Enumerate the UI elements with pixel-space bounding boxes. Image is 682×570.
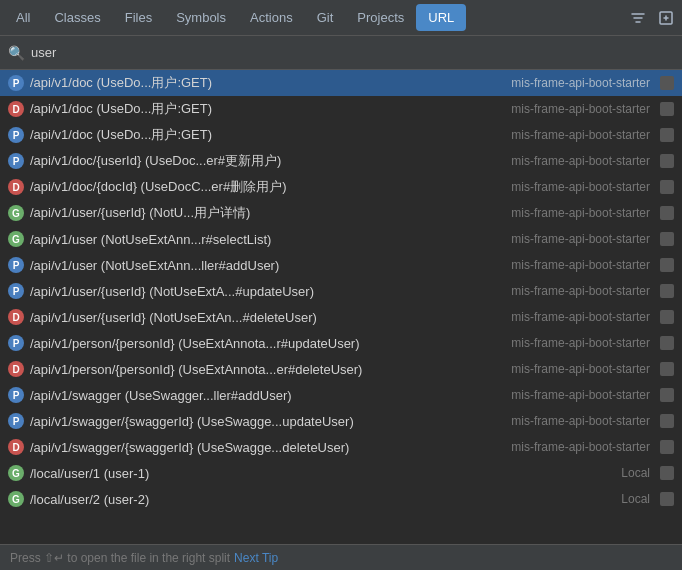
source-icon (660, 76, 674, 90)
method-badge: P (8, 387, 24, 403)
footer: Press ⇧↵ to open the file in the right s… (0, 544, 682, 570)
list-item[interactable]: P/api/v1/doc (UseDo...用户:GET)mis-frame-a… (0, 70, 682, 96)
source-icon (660, 154, 674, 168)
search-input[interactable] (31, 45, 674, 60)
result-path: /api/v1/user/{userId} (NotU...用户详情) (30, 204, 505, 222)
list-item[interactable]: P/api/v1/doc (UseDo...用户:GET)mis-frame-a… (0, 122, 682, 148)
method-badge: D (8, 101, 24, 117)
result-source: mis-frame-api-boot-starter (511, 414, 650, 428)
filter-icon[interactable] (626, 6, 650, 30)
tab-git[interactable]: Git (305, 4, 346, 31)
list-item[interactable]: P/api/v1/swagger/{swaggerId} (UseSwagge.… (0, 408, 682, 434)
source-icon (660, 128, 674, 142)
list-item[interactable]: P/api/v1/doc/{userId} (UseDoc...er#更新用户)… (0, 148, 682, 174)
result-path: /api/v1/user (NotUseExtAnn...ller#addUse… (30, 258, 505, 273)
source-icon (660, 440, 674, 454)
list-item[interactable]: P/api/v1/swagger (UseSwagger...ller#addU… (0, 382, 682, 408)
tab-files[interactable]: Files (113, 4, 164, 31)
source-icon (660, 492, 674, 506)
result-source: mis-frame-api-boot-starter (511, 180, 650, 194)
result-source: mis-frame-api-boot-starter (511, 284, 650, 298)
list-item[interactable]: D/api/v1/person/{personId} (UseExtAnnota… (0, 356, 682, 382)
method-badge: P (8, 283, 24, 299)
result-path: /api/v1/person/{personId} (UseExtAnnota.… (30, 336, 505, 351)
source-icon (660, 310, 674, 324)
result-source: Local (621, 492, 650, 506)
tab-url[interactable]: URL (416, 4, 466, 31)
source-icon (660, 180, 674, 194)
method-badge: P (8, 257, 24, 273)
expand-icon[interactable] (654, 6, 678, 30)
list-item[interactable]: G/api/v1/user/{userId} (NotU...用户详情)mis-… (0, 200, 682, 226)
method-badge: P (8, 75, 24, 91)
result-source: mis-frame-api-boot-starter (511, 336, 650, 350)
result-source: mis-frame-api-boot-starter (511, 128, 650, 142)
list-item[interactable]: D/api/v1/swagger/{swaggerId} (UseSwagge.… (0, 434, 682, 460)
method-badge: D (8, 439, 24, 455)
results-list: P/api/v1/doc (UseDo...用户:GET)mis-frame-a… (0, 70, 682, 544)
source-icon (660, 466, 674, 480)
source-icon (660, 388, 674, 402)
source-icon (660, 232, 674, 246)
result-source: mis-frame-api-boot-starter (511, 154, 650, 168)
search-bar: 🔍 (0, 36, 682, 70)
source-icon (660, 362, 674, 376)
method-badge: P (8, 127, 24, 143)
result-path: /api/v1/doc (UseDo...用户:GET) (30, 74, 505, 92)
method-badge: P (8, 153, 24, 169)
result-path: /api/v1/user/{userId} (NotUseExtA...#upd… (30, 284, 505, 299)
source-icon (660, 258, 674, 272)
result-source: mis-frame-api-boot-starter (511, 258, 650, 272)
result-source: mis-frame-api-boot-starter (511, 232, 650, 246)
tab-classes[interactable]: Classes (42, 4, 112, 31)
tab-projects[interactable]: Projects (345, 4, 416, 31)
result-path: /api/v1/swagger/{swaggerId} (UseSwagge..… (30, 414, 505, 429)
result-source: mis-frame-api-boot-starter (511, 206, 650, 220)
result-path: /local/user/2 (user-2) (30, 492, 615, 507)
result-path: /api/v1/doc/{userId} (UseDoc...er#更新用户) (30, 152, 505, 170)
list-item[interactable]: G/local/user/2 (user-2)Local (0, 486, 682, 512)
method-badge: G (8, 491, 24, 507)
method-badge: P (8, 335, 24, 351)
result-source: mis-frame-api-boot-starter (511, 102, 650, 116)
list-item[interactable]: D/api/v1/doc/{docId} (UseDocC...er#删除用户)… (0, 174, 682, 200)
method-badge: D (8, 361, 24, 377)
source-icon (660, 284, 674, 298)
method-badge: G (8, 465, 24, 481)
result-source: Local (621, 466, 650, 480)
result-path: /api/v1/user (NotUseExtAnn...r#selectLis… (30, 232, 505, 247)
list-item[interactable]: P/api/v1/user/{userId} (NotUseExtA...#up… (0, 278, 682, 304)
list-item[interactable]: P/api/v1/person/{personId} (UseExtAnnota… (0, 330, 682, 356)
result-path: /api/v1/person/{personId} (UseExtAnnota.… (30, 362, 505, 377)
result-source: mis-frame-api-boot-starter (511, 388, 650, 402)
tab-icons (626, 6, 678, 30)
tab-symbols[interactable]: Symbols (164, 4, 238, 31)
method-badge: D (8, 179, 24, 195)
result-source: mis-frame-api-boot-starter (511, 76, 650, 90)
source-icon (660, 102, 674, 116)
source-icon (660, 414, 674, 428)
list-item[interactable]: D/api/v1/doc (UseDo...用户:GET)mis-frame-a… (0, 96, 682, 122)
result-path: /api/v1/doc/{docId} (UseDocC...er#删除用户) (30, 178, 505, 196)
tab-bar: All Classes Files Symbols Actions Git Pr… (0, 0, 682, 36)
tab-actions[interactable]: Actions (238, 4, 305, 31)
next-tip-link[interactable]: Next Tip (234, 551, 278, 565)
result-path: /api/v1/swagger/{swaggerId} (UseSwagge..… (30, 440, 505, 455)
result-path: /local/user/1 (user-1) (30, 466, 615, 481)
method-badge: G (8, 205, 24, 221)
result-path: /api/v1/doc (UseDo...用户:GET) (30, 126, 505, 144)
method-badge: P (8, 413, 24, 429)
search-icon: 🔍 (8, 45, 25, 61)
result-path: /api/v1/doc (UseDo...用户:GET) (30, 100, 505, 118)
source-icon (660, 336, 674, 350)
result-source: mis-frame-api-boot-starter (511, 310, 650, 324)
result-path: /api/v1/swagger (UseSwagger...ller#addUs… (30, 388, 505, 403)
list-item[interactable]: D/api/v1/user/{userId} (NotUseExtAn...#d… (0, 304, 682, 330)
list-item[interactable]: G/local/user/1 (user-1)Local (0, 460, 682, 486)
tab-all[interactable]: All (4, 4, 42, 31)
method-badge: G (8, 231, 24, 247)
result-source: mis-frame-api-boot-starter (511, 362, 650, 376)
list-item[interactable]: P/api/v1/user (NotUseExtAnn...ller#addUs… (0, 252, 682, 278)
list-item[interactable]: G/api/v1/user (NotUseExtAnn...r#selectLi… (0, 226, 682, 252)
footer-hint: Press ⇧↵ to open the file in the right s… (10, 551, 230, 565)
